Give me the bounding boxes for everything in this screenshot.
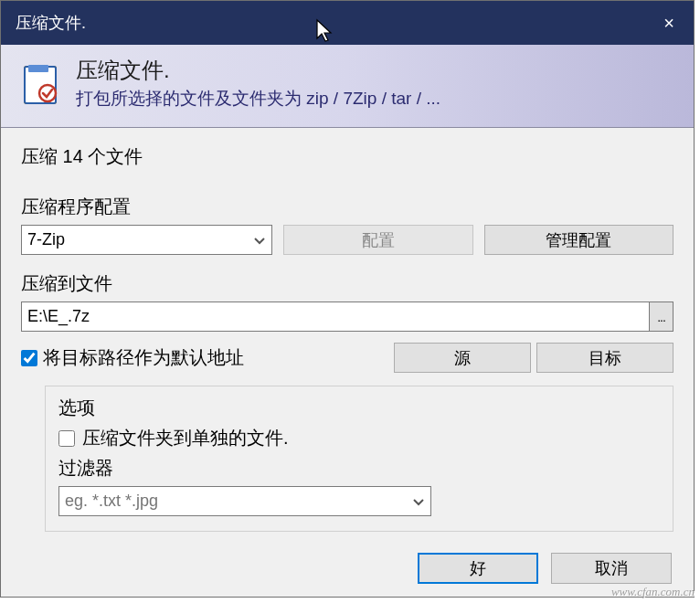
default-path-checkbox[interactable] bbox=[21, 350, 37, 366]
dialog-header: 压缩文件. 打包所选择的文件及文件夹为 zip / 7Zip / tar / .… bbox=[1, 45, 694, 128]
packer-label: 压缩程序配置 bbox=[21, 195, 673, 219]
svg-rect-2 bbox=[28, 65, 48, 72]
filter-title: 过滤器 bbox=[58, 456, 660, 481]
target-path-input[interactable] bbox=[21, 302, 650, 332]
packer-select[interactable] bbox=[21, 225, 272, 255]
default-path-label: 将目标路径作为默认地址 bbox=[43, 345, 388, 370]
cancel-button[interactable]: 取消 bbox=[551, 553, 672, 584]
header-subtitle: 打包所选择的文件及文件夹为 zip / 7Zip / tar / ... bbox=[76, 87, 440, 111]
close-icon: × bbox=[663, 13, 674, 34]
separate-files-checkbox[interactable] bbox=[58, 430, 75, 447]
ok-button[interactable]: 好 bbox=[418, 553, 538, 584]
titlebar[interactable]: 压缩文件. × bbox=[1, 1, 694, 45]
target-button[interactable]: 目标 bbox=[536, 343, 673, 373]
target-label: 压缩到文件 bbox=[21, 271, 673, 296]
archive-icon bbox=[17, 61, 63, 107]
manage-config-button[interactable]: 管理配置 bbox=[484, 225, 674, 255]
dialog-window: 压缩文件. × 压缩文件. 打包所选择的文件及文件夹为 zip / 7Zip /… bbox=[0, 0, 695, 598]
separate-files-label: 压缩文件夹到单独的文件. bbox=[82, 426, 289, 450]
dialog-footer: 好 取消 bbox=[1, 544, 694, 597]
close-button[interactable]: × bbox=[644, 1, 694, 45]
status-text: 压缩 14 个文件 bbox=[21, 144, 673, 169]
options-group: 选项 压缩文件夹到单独的文件. 过滤器 bbox=[45, 386, 673, 532]
svg-point-3 bbox=[39, 85, 56, 101]
browse-button[interactable]: ... bbox=[650, 302, 673, 332]
dialog-content: 压缩 14 个文件 压缩程序配置 配置 管理配置 压缩到文件 ... 将目标路径… bbox=[1, 128, 694, 544]
filter-input[interactable] bbox=[58, 486, 431, 516]
configure-button: 配置 bbox=[283, 225, 473, 255]
source-button[interactable]: 源 bbox=[394, 343, 531, 373]
options-title: 选项 bbox=[58, 396, 660, 420]
header-title: 压缩文件. bbox=[76, 56, 440, 85]
window-title: 压缩文件. bbox=[16, 12, 86, 34]
